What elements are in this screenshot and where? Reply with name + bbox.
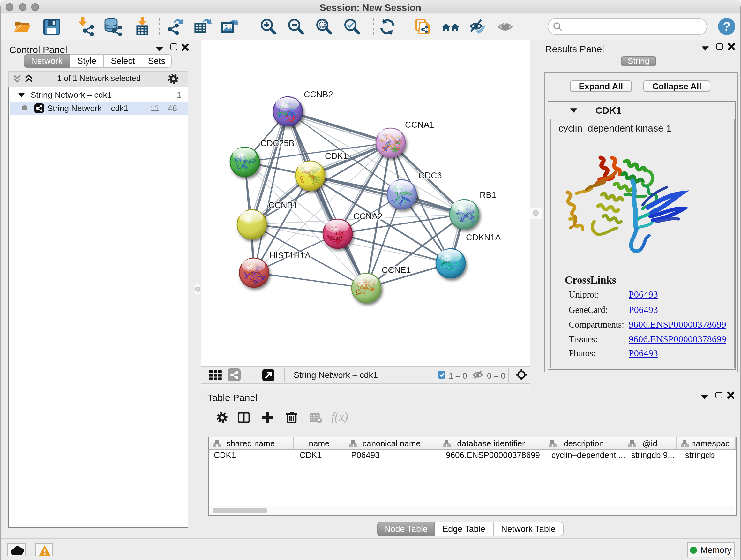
svg-text:RB1: RB1: [480, 190, 496, 200]
svg-text:CDK1: CDK1: [325, 151, 348, 161]
svg-text:CCNA1: CCNA1: [405, 120, 434, 130]
svg-text:CCNB2: CCNB2: [304, 90, 333, 99]
svg-text:CDKN1A: CDKN1A: [466, 233, 501, 242]
svg-text:CCNA2: CCNA2: [353, 212, 383, 221]
svg-text:HIST1H1A: HIST1H1A: [269, 251, 311, 260]
svg-text:CCNE1: CCNE1: [382, 265, 411, 275]
svg-text:CCNB1: CCNB1: [268, 200, 298, 210]
svg-text:CDC6: CDC6: [418, 171, 442, 180]
svg-text:CDC25B: CDC25B: [260, 138, 294, 148]
